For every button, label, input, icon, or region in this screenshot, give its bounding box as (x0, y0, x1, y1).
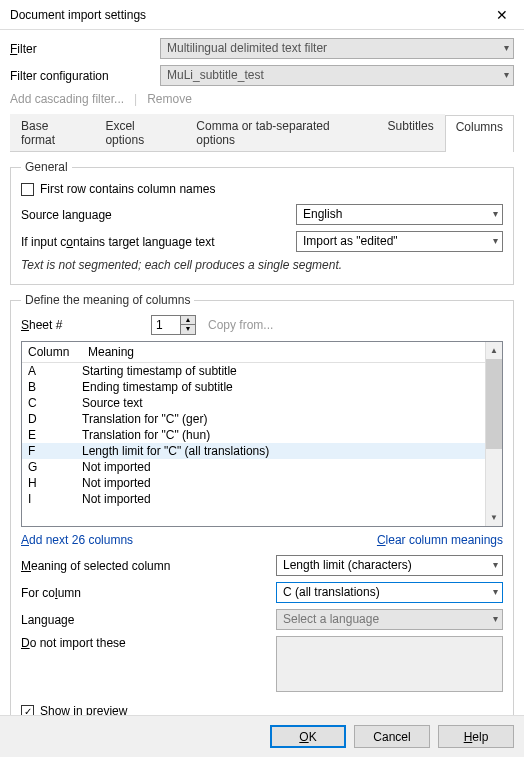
cell-column: D (22, 412, 82, 426)
chevron-down-icon: ▾ (493, 208, 498, 219)
dni-textarea (276, 636, 503, 692)
sheet-label: Sheet # (21, 318, 151, 332)
for-column-select[interactable]: C (all translations) ▾ (276, 582, 503, 603)
cell-column: I (22, 492, 82, 506)
filter-select[interactable]: Multilingual delimited text filter ▾ (160, 38, 514, 59)
table-row[interactable]: BEnding timestamp of subtitle (22, 379, 485, 395)
filter-linkbar: Add cascading filter... | Remove (10, 92, 514, 106)
add-cascading-filter-link[interactable]: Add cascading filter... (10, 92, 124, 106)
cell-meaning: Translation for "C" (ger) (82, 412, 485, 426)
first-row-label: First row contains column names (40, 182, 215, 196)
cell-meaning: Length limit for "C" (all translations) (82, 444, 485, 458)
tab-subtitles[interactable]: Subtitles (377, 114, 445, 151)
source-language-label: Source language (21, 208, 296, 222)
segmentation-note: Text is not segmented; each cell produce… (21, 258, 503, 272)
dialog-content: Filter Multilingual delimited text filte… (0, 30, 524, 747)
for-column-value: C (all translations) (283, 585, 380, 599)
table-row[interactable]: DTranslation for "C" (ger) (22, 411, 485, 427)
tab-base-format[interactable]: Base format (10, 114, 94, 151)
cell-meaning: Not imported (82, 460, 485, 474)
cell-meaning: Translation for "C" (hun) (82, 428, 485, 442)
chevron-down-icon: ▾ (493, 235, 498, 246)
columns-table: Column Meaning AStarting timestamp of su… (21, 341, 503, 527)
add-columns-link[interactable]: Add next 26 columns (21, 533, 133, 547)
table-row[interactable]: ETranslation for "C" (hun) (22, 427, 485, 443)
remove-filter-link[interactable]: Remove (147, 92, 192, 106)
header-column: Column (22, 342, 82, 362)
sheet-spinner[interactable]: ▲▼ (181, 315, 196, 335)
target-text-select[interactable]: Import as "edited" ▾ (296, 231, 503, 252)
titlebar: Document import settings ✕ (0, 0, 524, 30)
table-row[interactable]: AStarting timestamp of subtitle (22, 363, 485, 379)
target-text-label: If input contains target language text (21, 235, 296, 249)
separator: | (134, 92, 137, 106)
chevron-down-icon: ▾ (504, 42, 509, 53)
define-columns-legend: Define the meaning of columns (21, 293, 194, 307)
ok-button[interactable]: OK (270, 725, 346, 748)
filter-label: Filter (10, 42, 160, 56)
copy-from-link[interactable]: Copy from... (208, 318, 273, 332)
cell-column: F (22, 444, 82, 458)
table-row[interactable]: HNot imported (22, 475, 485, 491)
scroll-thumb[interactable] (486, 359, 502, 449)
source-language-select[interactable]: English ▾ (296, 204, 503, 225)
scrollbar[interactable]: ▲ ▼ (485, 342, 502, 526)
filter-config-label: Filter configuration (10, 69, 160, 83)
source-language-value: English (303, 207, 342, 221)
cell-column: C (22, 396, 82, 410)
cell-meaning: Source text (82, 396, 485, 410)
table-body: AStarting timestamp of subtitleBEnding t… (22, 363, 485, 507)
dni-label: Do not import these (21, 636, 276, 650)
meaning-select[interactable]: Length limit (characters) ▾ (276, 555, 503, 576)
tab-comma-or-tab-separated-options[interactable]: Comma or tab-separated options (185, 114, 376, 151)
cell-meaning: Not imported (82, 476, 485, 490)
table-row[interactable]: GNot imported (22, 459, 485, 475)
help-button[interactable]: Help (438, 725, 514, 748)
general-legend: General (21, 160, 72, 174)
filter-select-value: Multilingual delimited text filter (167, 41, 327, 55)
table-header: Column Meaning (22, 342, 485, 363)
cell-meaning: Not imported (82, 492, 485, 506)
chevron-down-icon: ▾ (504, 69, 509, 80)
language-label: Language (21, 613, 276, 627)
dialog-footer: OK Cancel Help (0, 715, 524, 757)
for-column-label: For column (21, 586, 276, 600)
header-meaning: Meaning (82, 342, 485, 362)
cancel-button[interactable]: Cancel (354, 725, 430, 748)
table-row[interactable]: CSource text (22, 395, 485, 411)
cell-column: A (22, 364, 82, 378)
define-columns-group: Define the meaning of columns Sheet # 1 … (10, 293, 514, 731)
scroll-down-icon[interactable]: ▼ (486, 509, 502, 526)
window-title: Document import settings (10, 8, 479, 22)
tab-excel-options[interactable]: Excel options (94, 114, 185, 151)
language-select: Select a language ▾ (276, 609, 503, 630)
filter-config-value: MuLi_subtitle_test (167, 68, 264, 82)
language-value: Select a language (283, 612, 379, 626)
chevron-down-icon: ▾ (493, 559, 498, 570)
cell-column: B (22, 380, 82, 394)
cell-meaning: Ending timestamp of subtitle (82, 380, 485, 394)
tabstrip: Base formatExcel optionsComma or tab-sep… (10, 114, 514, 152)
close-button[interactable]: ✕ (479, 0, 524, 30)
table-row[interactable]: INot imported (22, 491, 485, 507)
cell-column: H (22, 476, 82, 490)
scroll-up-icon[interactable]: ▲ (486, 342, 502, 359)
general-group: General First row contains column names … (10, 160, 514, 285)
first-row-checkbox[interactable] (21, 183, 34, 196)
chevron-down-icon: ▾ (493, 586, 498, 597)
target-text-value: Import as "edited" (303, 234, 398, 248)
meaning-value: Length limit (characters) (283, 558, 412, 572)
tab-columns[interactable]: Columns (445, 115, 514, 152)
meaning-label: Meaning of selected column (21, 559, 276, 573)
clear-meanings-link[interactable]: Clear column meanings (377, 533, 503, 547)
sheet-number-input[interactable]: 1 (151, 315, 181, 335)
table-row[interactable]: FLength limit for "C" (all translations) (22, 443, 485, 459)
filter-config-select[interactable]: MuLi_subtitle_test ▾ (160, 65, 514, 86)
chevron-down-icon: ▾ (493, 613, 498, 624)
cell-meaning: Starting timestamp of subtitle (82, 364, 485, 378)
cell-column: G (22, 460, 82, 474)
cell-column: E (22, 428, 82, 442)
